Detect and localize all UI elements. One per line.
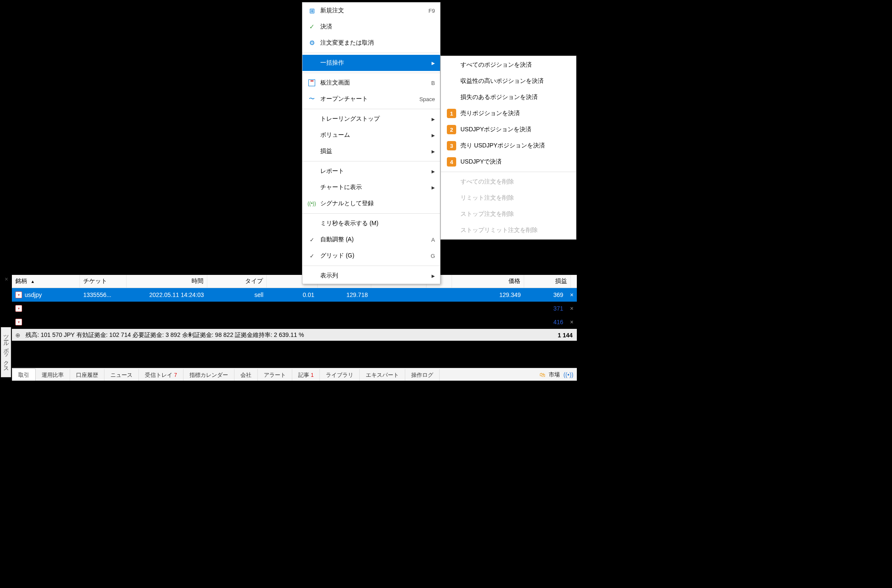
menu-separator (302, 161, 440, 161)
chevron-right-icon: ▶ (432, 185, 435, 190)
positions-table: 銘柄▲ チケット 時間 タイプ 数量 価格 決済逆指値(T... 価格 損益 ▾… (12, 275, 577, 341)
th-ticket[interactable]: チケット (80, 275, 127, 288)
check-icon: ✓ (309, 23, 315, 31)
menu-separator (302, 266, 440, 266)
sell-icon: ▾ (15, 319, 22, 325)
submenu-delete-stoplimit: ストップリミット注文を削除 (441, 222, 576, 238)
panel-close-icon[interactable]: × (5, 276, 8, 283)
signal-icon: ((•)) (308, 201, 316, 206)
chevron-right-icon: ▶ (432, 133, 435, 138)
dom-icon (308, 79, 315, 86)
submenu-close-all[interactable]: すべてのポジションを決済 (441, 57, 576, 73)
menu-separator (302, 109, 440, 109)
table-row[interactable]: ▾usdjpy 1335562... 2022.05.11 14:40:50 s… (12, 315, 577, 329)
chart-icon: 〜 (309, 95, 315, 103)
number-badge: 3 (447, 141, 456, 150)
submenu-close-profitable[interactable]: 収益性の高いポジションを決済 (441, 73, 576, 89)
tab-company[interactable]: 会社 (234, 369, 258, 381)
chevron-right-icon: ▶ (432, 61, 435, 65)
badge-count: 1 (311, 372, 314, 378)
summary-row: ⊕ 残高: 101 570 JPY 有効証拠金: 102 714 必要証拠金: … (12, 329, 577, 341)
summary-total: 1 144 (522, 332, 577, 339)
menu-bulk-operations[interactable]: 一括操作 ▶ (302, 55, 440, 71)
checkmark-icon: ✓ (310, 253, 314, 259)
menu-modify[interactable]: ⚙ 注文変更または取消 (302, 35, 440, 51)
number-badge: 2 (447, 125, 456, 134)
chevron-right-icon: ▶ (432, 149, 435, 154)
table-row[interactable]: ▾usdjpy 1335556... 2022.05.11 14:24:07 s… (12, 302, 577, 315)
sell-icon: ▾ (15, 305, 22, 312)
tab-journal[interactable]: 操作ログ (405, 369, 440, 381)
menu-auto-arrange[interactable]: ✓ 自動調整 (A) A (302, 232, 440, 248)
menu-volume[interactable]: ボリューム ▶ (302, 127, 440, 143)
tab-news[interactable]: ニュース (104, 369, 139, 381)
gear-icon: ⚙ (309, 39, 315, 47)
tab-mailbox[interactable]: 受信トレイ7 (139, 369, 183, 381)
menu-separator (302, 73, 440, 73)
submenu-close-usdjpy[interactable]: 2USDJPYポジションを決済 (441, 122, 576, 138)
bulk-submenu: すべてのポジションを決済 収益性の高いポジションを決済 損失のあるポジションを決… (440, 56, 576, 240)
menu-open-chart[interactable]: 〜 オープンチャート Space (302, 91, 440, 107)
submenu-delete-all-orders: すべての注文を削除 (441, 174, 576, 190)
signals-icon[interactable]: ((•)) (563, 371, 573, 378)
menu-new-order[interactable]: ⊞ 新規注文 F9 (302, 3, 440, 19)
tab-articles[interactable]: 記事1 (292, 369, 320, 381)
checkmark-icon: ✓ (310, 237, 314, 243)
menu-register-signal[interactable]: ((•)) シグナルとして登録 (302, 195, 440, 212)
context-menu: ⊞ 新規注文 F9 ✓ 決済 ⚙ 注文変更または取消 一括操作 ▶ 板注文画面 … (302, 2, 440, 284)
menu-pl[interactable]: 損益 ▶ (302, 143, 440, 159)
market-icon[interactable]: 🛍 (539, 371, 545, 378)
submenu-close-losing[interactable]: 損失のあるポジションを決済 (441, 89, 576, 105)
menu-trailing-stop[interactable]: トレーリングストップ ▶ (302, 111, 440, 127)
table-row[interactable]: ▾usdjpy 1335556... 2022.05.11 14:24:03 s… (12, 288, 577, 302)
th-type[interactable]: タイプ (207, 275, 267, 288)
tab-experts[interactable]: エキスパート (360, 369, 405, 381)
submenu-delete-limit: リミット注文を削除 (441, 190, 576, 206)
menu-separator (441, 172, 576, 172)
close-position-icon[interactable]: × (567, 315, 574, 329)
plus-icon: ⊞ (309, 7, 315, 15)
toolbox-sidebar-label[interactable]: ツールボックス (1, 327, 11, 377)
menu-close[interactable]: ✓ 決済 (302, 19, 440, 35)
menu-columns[interactable]: 表示列 ▶ (302, 268, 440, 284)
submenu-close-sell[interactable]: 1売りポジションを決済 (441, 105, 576, 122)
menu-show-ms[interactable]: ミリ秒を表示する (M) (302, 215, 440, 232)
menu-report[interactable]: レポート ▶ (302, 163, 440, 179)
menu-separator (302, 53, 440, 53)
menu-dom[interactable]: 板注文画面 B (302, 75, 440, 91)
tab-library[interactable]: ライブラリ (320, 369, 360, 381)
tab-calendar[interactable]: 指標カレンダー (183, 369, 234, 381)
menu-separator (302, 213, 440, 214)
sell-icon: ▾ (15, 291, 22, 298)
th-pl[interactable]: 損益 (524, 275, 571, 288)
tab-exposure[interactable]: 運用比率 (36, 369, 70, 381)
th-price2[interactable]: 価格 (452, 275, 524, 288)
tab-history[interactable]: 口座履歴 (70, 369, 104, 381)
th-symbol[interactable]: 銘柄▲ (12, 275, 80, 288)
menu-grid[interactable]: ✓ グリッド (G) G (302, 248, 440, 264)
submenu-close-by-usdjpy[interactable]: 4USDJPYで決済 (441, 154, 576, 170)
number-badge: 1 (447, 109, 456, 118)
menu-show-on-chart[interactable]: チャートに表示 ▶ (302, 179, 440, 195)
toolbox-tabs: 取引 運用比率 口座履歴 ニュース 受信トレイ7 指標カレンダー 会社 アラート… (12, 368, 577, 381)
badge-count: 7 (174, 372, 177, 378)
submenu-delete-stop: ストップ注文を削除 (441, 206, 576, 222)
close-position-icon[interactable]: × (567, 288, 574, 302)
chevron-right-icon: ▶ (432, 169, 435, 174)
sort-asc-icon: ▲ (31, 279, 35, 284)
submenu-close-sell-usdjpy[interactable]: 3売り USDJPYポジションを決済 (441, 138, 576, 154)
number-badge: 4 (447, 157, 456, 167)
tab-alerts[interactable]: アラート (258, 369, 292, 381)
chevron-right-icon: ▶ (432, 117, 435, 122)
tab-trade[interactable]: 取引 (12, 368, 36, 381)
summary-text: 残高: 101 570 JPY 有効証拠金: 102 714 必要証拠金: 3 … (24, 331, 522, 339)
expand-icon[interactable]: ⊕ (12, 332, 24, 339)
th-time[interactable]: 時間 (127, 275, 207, 288)
chevron-right-icon: ▶ (432, 274, 435, 278)
market-label[interactable]: 市場 (549, 371, 560, 379)
close-position-icon[interactable]: × (567, 302, 574, 315)
table-header-row: 銘柄▲ チケット 時間 タイプ 数量 価格 決済逆指値(T... 価格 損益 (12, 275, 577, 288)
